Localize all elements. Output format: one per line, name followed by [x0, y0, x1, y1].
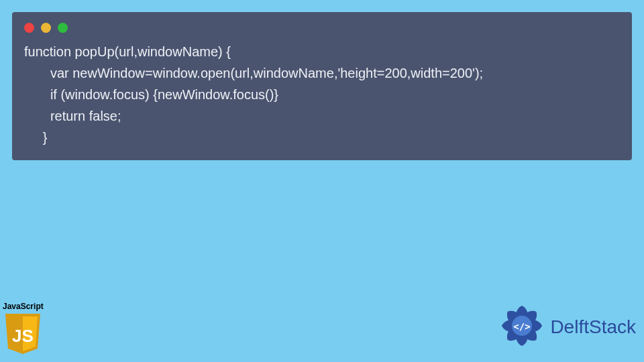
- delftstack-brand-text: DelftStack: [550, 316, 636, 338]
- delftstack-flower-icon: </>: [498, 302, 546, 353]
- code-line: var newWindow=window.open(url,windowName…: [24, 66, 483, 80]
- code-line: }: [24, 130, 47, 145]
- code-line: if (window.focus) {newWindow.focus()}: [24, 87, 278, 102]
- js-letters: JS: [12, 326, 34, 346]
- code-line: function popUp(url,windowName) {: [24, 44, 231, 59]
- delftstack-logo: </> DelftStack: [498, 302, 636, 353]
- close-icon[interactable]: [24, 23, 34, 33]
- svg-text:</>: </>: [514, 321, 531, 332]
- code-content: function popUp(url,windowName) { var new…: [12, 41, 632, 148]
- minimize-icon[interactable]: [41, 23, 51, 33]
- code-line: return false;: [24, 109, 121, 123]
- maximize-icon[interactable]: [58, 23, 68, 33]
- javascript-badge: JavaScript JS: [3, 302, 44, 355]
- javascript-shield-icon: JS: [3, 312, 43, 355]
- javascript-label: JavaScript: [3, 302, 44, 311]
- traffic-lights: [12, 12, 632, 41]
- code-window: function popUp(url,windowName) { var new…: [12, 12, 632, 160]
